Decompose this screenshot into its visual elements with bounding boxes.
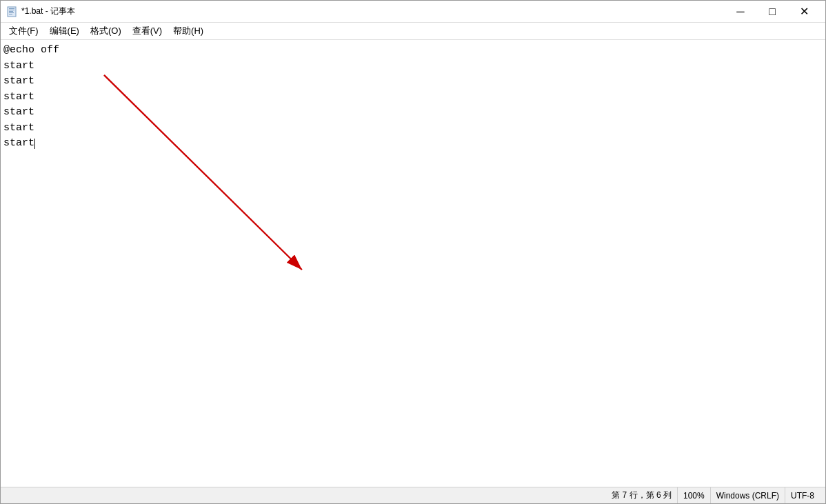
svg-rect-4: [9, 12, 14, 13]
app-icon: [6, 6, 17, 17]
text-editor[interactable]: @echo off start start start start start …: [1, 40, 825, 487]
status-position: 第 7 行，第 6 列: [606, 487, 677, 503]
menu-file[interactable]: 文件(F): [3, 23, 44, 39]
editor-container: @echo off start start start start start …: [1, 40, 825, 487]
status-line-ending: Windows (CRLF): [710, 487, 785, 503]
svg-rect-2: [9, 10, 14, 10]
cursor: [34, 137, 35, 149]
status-encoding: UTF-8: [785, 487, 820, 503]
window-controls: ─ □ ✕: [725, 1, 820, 23]
editor-line: start: [3, 75, 34, 87]
menu-help[interactable]: 帮助(H): [168, 23, 209, 39]
status-bar: 第 7 行，第 6 列 100% Windows (CRLF) UTF-8: [1, 487, 825, 503]
svg-rect-5: [9, 14, 12, 14]
editor-line: start: [3, 122, 34, 134]
svg-rect-1: [9, 8, 14, 9]
minimize-button[interactable]: ─: [725, 1, 756, 23]
close-button[interactable]: ✕: [788, 1, 820, 23]
status-bar-right: 第 7 行，第 6 列 100% Windows (CRLF) UTF-8: [606, 487, 820, 503]
menu-format[interactable]: 格式(O): [85, 23, 127, 39]
editor-line: start: [3, 60, 34, 72]
svg-rect-3: [9, 11, 13, 12]
editor-line: start: [3, 106, 34, 118]
menu-edit[interactable]: 编辑(E): [44, 23, 85, 39]
menu-bar: 文件(F) 编辑(E) 格式(O) 查看(V) 帮助(H): [1, 23, 825, 40]
maximize-button[interactable]: □: [756, 1, 788, 23]
notepad-window: *1.bat - 记事本 ─ □ ✕ 文件(F) 编辑(E) 格式(O) 查看(…: [0, 0, 826, 504]
title-bar: *1.bat - 记事本 ─ □ ✕: [1, 1, 825, 23]
window-title: *1.bat - 记事本: [21, 6, 725, 17]
editor-line: @echo off: [3, 44, 59, 56]
status-zoom: 100%: [677, 487, 710, 503]
editor-line: start: [3, 91, 34, 103]
editor-line: start: [3, 137, 34, 149]
menu-view[interactable]: 查看(V): [127, 23, 168, 39]
